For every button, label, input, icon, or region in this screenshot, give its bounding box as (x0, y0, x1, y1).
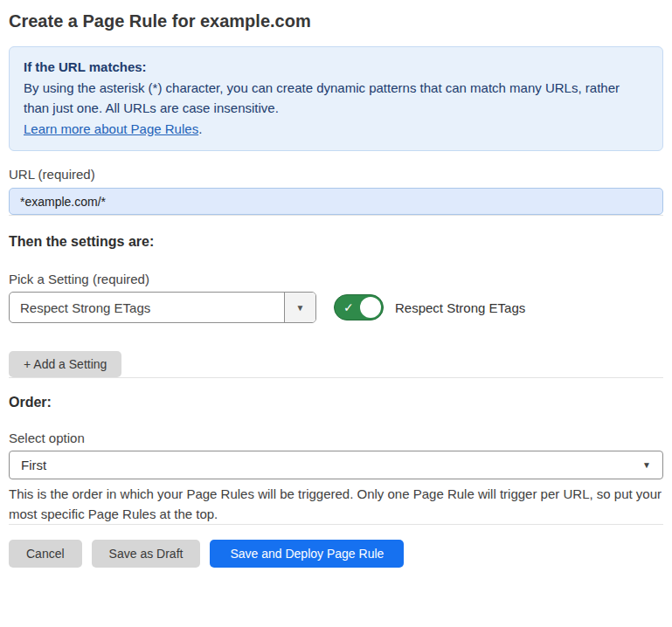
setting-dropdown[interactable]: Respect Strong ETags ▼ (9, 292, 316, 323)
order-select-value: First (21, 458, 46, 472)
page-rule-form: Create a Page Rule for example.com If th… (0, 10, 672, 568)
save-draft-button[interactable]: Save as Draft (92, 540, 201, 568)
setting-dropdown-value: Respect Strong ETags (10, 293, 284, 322)
divider (9, 377, 663, 378)
setting-toggle[interactable]: ✓ (334, 294, 384, 320)
form-actions: Cancel Save as Draft Save and Deploy Pag… (9, 540, 663, 568)
order-select[interactable]: First ▼ (9, 451, 663, 479)
save-deploy-button[interactable]: Save and Deploy Page Rule (210, 540, 404, 568)
info-box-link-line: Learn more about Page Rules. (24, 119, 648, 140)
url-field-label: URL (required) (9, 167, 663, 183)
toggle-knob (360, 297, 381, 318)
learn-more-link[interactable]: Learn more about Page Rules (24, 121, 198, 136)
settings-heading: Then the settings are: (9, 233, 663, 251)
info-box-body: By using the asterisk (*) character, you… (24, 78, 648, 119)
cancel-button[interactable]: Cancel (9, 540, 82, 568)
page-title: Create a Page Rule for example.com (9, 10, 663, 31)
url-input[interactable] (9, 188, 663, 215)
toggle-label: Respect Strong ETags (395, 300, 525, 315)
pick-setting-label: Pick a Setting (required) (9, 272, 663, 287)
dropdown-arrow-button[interactable]: ▼ (284, 293, 315, 322)
add-setting-button[interactable]: + Add a Setting (9, 351, 121, 377)
toggle-check-icon: ✓ (343, 301, 354, 314)
url-match-info-box: If the URL matches: By using the asteris… (9, 46, 663, 151)
divider (9, 215, 663, 216)
order-select-label: Select option (9, 431, 663, 446)
link-period: . (198, 121, 202, 136)
dropdown-arrow-icon: ▼ (296, 303, 305, 313)
select-chevron-icon: ▼ (642, 460, 651, 470)
order-help-text: This is the order in which your Page Rul… (9, 484, 663, 524)
divider (9, 524, 663, 525)
order-heading: Order: (9, 394, 663, 411)
info-box-heading: If the URL matches: (24, 57, 648, 78)
setting-row: Respect Strong ETags ▼ ✓ Respect Strong … (9, 292, 663, 323)
